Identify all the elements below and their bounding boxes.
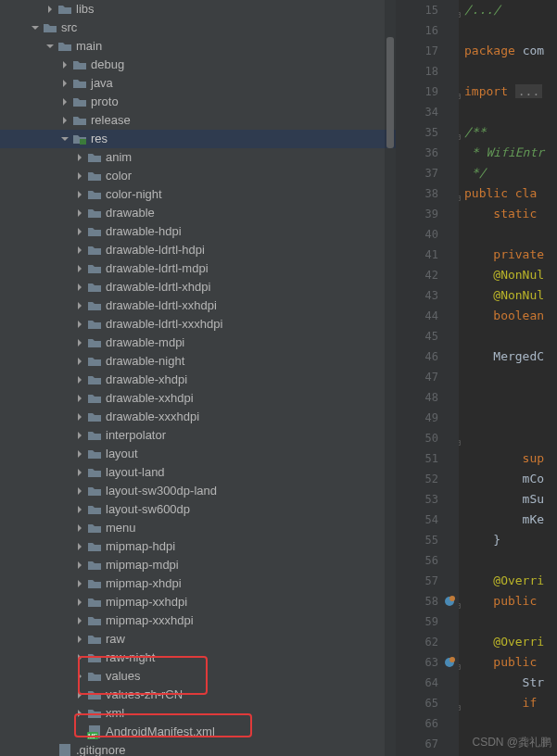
tree-item-mipmap-xhdpi[interactable]: mipmap-xhdpi <box>0 574 396 593</box>
tree-item-drawable-ldrtl-xxxhdpi[interactable]: drawable-ldrtl-xxxhdpi <box>0 315 396 334</box>
tree-item-libs[interactable]: libs <box>0 0 396 19</box>
tree-item-layout[interactable]: layout <box>0 445 396 463</box>
chevron-right-icon[interactable] <box>74 652 85 663</box>
chevron-right-icon[interactable] <box>44 4 56 15</box>
code-line[interactable]: @Overri <box>459 632 557 652</box>
tree-item-drawable-hdpi[interactable]: drawable-hdpi <box>0 222 396 241</box>
chevron-right-icon[interactable] <box>59 78 70 89</box>
code-editor[interactable]: ⊞/.../package com⊞import ...⊟/** * WifiE… <box>459 0 557 756</box>
tree-item--gitignore[interactable]: .gitignore <box>0 741 396 756</box>
code-line[interactable]: ⊞ public <box>459 591 557 611</box>
code-line[interactable]: Str <box>459 673 557 693</box>
tree-item-layout-sw300dp-land[interactable]: layout-sw300dp-land <box>0 482 396 500</box>
chevron-right-icon[interactable] <box>74 615 85 626</box>
tree-item-release[interactable]: release <box>0 111 396 130</box>
chevron-right-icon[interactable] <box>74 263 85 274</box>
code-line[interactable]: @NonNul <box>459 265 557 285</box>
code-line[interactable]: package com <box>459 41 557 61</box>
tree-item-drawable-night[interactable]: drawable-night <box>0 352 396 371</box>
chevron-down-icon[interactable] <box>30 22 41 33</box>
chevron-right-icon[interactable] <box>74 448 85 460</box>
chevron-right-icon[interactable] <box>74 337 85 348</box>
fold-collapse-icon[interactable]: ⊟ <box>459 188 464 197</box>
code-line[interactable] <box>459 367 557 387</box>
code-line[interactable]: @NonNul <box>459 285 557 306</box>
tree-item-drawable-ldrtl-xhdpi[interactable]: drawable-ldrtl-xhdpi <box>0 278 396 296</box>
fold-collapse-icon[interactable]: ⊟ <box>459 433 464 442</box>
fold-expand-icon[interactable]: ⊞ <box>459 5 464 14</box>
tree-item-drawable-mdpi[interactable]: drawable-mdpi <box>0 334 396 352</box>
chevron-right-icon[interactable] <box>74 541 85 552</box>
project-tree-panel[interactable]: libssrcmaindebugjavaprotoreleaseresanimc… <box>0 0 396 756</box>
tree-item-main[interactable]: main <box>0 37 396 56</box>
tree-item-drawable-xxxhdpi[interactable]: drawable-xxxhdpi <box>0 408 396 426</box>
scrollbar-thumb[interactable] <box>386 37 394 148</box>
tree-item-mipmap-xxxhdpi[interactable]: mipmap-xxxhdpi <box>0 611 396 630</box>
code-line[interactable]: MergedC <box>459 346 557 367</box>
fold-expand-icon[interactable]: ⊞ <box>459 596 464 605</box>
fold-collapse-icon[interactable]: ⊟ <box>459 127 464 136</box>
chevron-right-icon[interactable] <box>74 226 85 237</box>
tree-item-debug[interactable]: debug <box>0 56 396 74</box>
tree-item-src[interactable]: src <box>0 19 396 37</box>
tree-item-mipmap-hdpi[interactable]: mipmap-hdpi <box>0 537 396 556</box>
tree-item-res[interactable]: res <box>0 130 396 148</box>
chevron-right-icon[interactable] <box>74 411 85 422</box>
tree-item-mipmap-xxhdpi[interactable]: mipmap-xxhdpi <box>0 593 396 611</box>
chevron-right-icon[interactable] <box>74 467 85 478</box>
tree-item-drawable-xhdpi[interactable]: drawable-xhdpi <box>0 371 396 389</box>
tree-item-anim[interactable]: anim <box>0 148 396 167</box>
tree-item-menu[interactable]: menu <box>0 519 396 537</box>
tree-scrollbar[interactable] <box>385 0 396 756</box>
chevron-right-icon[interactable] <box>74 560 85 571</box>
tree-item-drawable-ldrtl-hdpi[interactable]: drawable-ldrtl-hdpi <box>0 241 396 259</box>
code-line[interactable]: */ <box>459 163 557 183</box>
chevron-right-icon[interactable] <box>59 59 70 70</box>
fold-collapse-icon[interactable]: ⊟ <box>459 657 464 666</box>
code-line[interactable]: ⊟ public <box>459 652 557 673</box>
code-line[interactable] <box>459 20 557 41</box>
chevron-right-icon[interactable] <box>74 485 85 497</box>
chevron-right-icon[interactable] <box>74 374 85 385</box>
chevron-right-icon[interactable] <box>74 393 85 404</box>
code-line[interactable] <box>459 387 557 408</box>
tree-item-proto[interactable]: proto <box>0 93 396 111</box>
fold-expand-icon[interactable]: ⊞ <box>459 86 464 95</box>
code-line[interactable]: mKe <box>459 510 557 530</box>
chevron-right-icon[interactable] <box>74 634 85 645</box>
code-line[interactable]: boolean <box>459 306 557 326</box>
chevron-right-icon[interactable] <box>59 115 70 126</box>
tree-item-drawable[interactable]: drawable <box>0 204 396 222</box>
chevron-right-icon[interactable] <box>74 319 85 330</box>
tree-item-values[interactable]: values <box>0 667 396 686</box>
chevron-right-icon[interactable] <box>74 170 85 182</box>
chevron-right-icon[interactable] <box>74 245 85 256</box>
chevron-right-icon[interactable] <box>74 300 85 311</box>
code-line[interactable] <box>459 61 557 82</box>
code-line[interactable] <box>459 224 557 245</box>
tree-item-color[interactable]: color <box>0 167 396 185</box>
tree-item-values-zh-rCN[interactable]: values-zh-rCN <box>0 686 396 704</box>
fold-expand-icon[interactable]: ⊞ <box>459 698 464 707</box>
chevron-right-icon[interactable] <box>74 504 85 515</box>
code-line[interactable] <box>459 550 557 571</box>
tree-item-layout-sw600dp[interactable]: layout-sw600dp <box>0 500 396 519</box>
tree-item-layout-land[interactable]: layout-land <box>0 463 396 482</box>
tree-item-raw[interactable]: raw <box>0 630 396 649</box>
chevron-down-icon[interactable] <box>44 41 56 52</box>
tree-item-xml[interactable]: xml <box>0 704 396 723</box>
code-line[interactable]: static <box>459 204 557 224</box>
chevron-right-icon[interactable] <box>74 578 85 589</box>
chevron-down-icon[interactable] <box>59 133 70 145</box>
chevron-right-icon[interactable] <box>74 523 85 534</box>
chevron-right-icon[interactable] <box>74 597 85 608</box>
code-line[interactable] <box>459 326 557 346</box>
code-line[interactable]: ⊞/.../ <box>459 0 557 20</box>
code-line[interactable]: * WifiEntr <box>459 143 557 163</box>
code-line[interactable]: ⊟public cla <box>459 183 557 204</box>
code-line[interactable]: ⊟/** <box>459 122 557 143</box>
code-line[interactable]: sup <box>459 448 557 469</box>
chevron-right-icon[interactable] <box>74 708 85 719</box>
chevron-right-icon[interactable] <box>74 430 85 441</box>
tree-item-interpolator[interactable]: interpolator <box>0 426 396 445</box>
